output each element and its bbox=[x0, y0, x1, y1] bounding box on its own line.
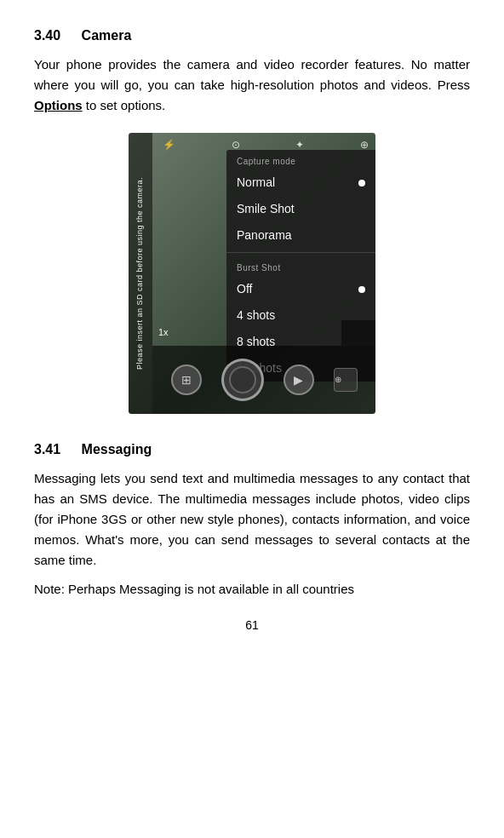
shutter-button[interactable] bbox=[221, 359, 264, 401]
camera-mockup: Please insert an SD card before using th… bbox=[129, 133, 375, 414]
menu-item-normal-label: Normal bbox=[237, 174, 275, 192]
menu-item-smile-shot-label: Smile Shot bbox=[237, 200, 295, 218]
burst-shot-label: Burst Shot bbox=[226, 256, 375, 276]
gallery-icon: ⊞ bbox=[181, 371, 192, 389]
section-41-text: Messaging lets you send text and multime… bbox=[34, 471, 470, 567]
section-40-heading: 3.40 Camera bbox=[34, 26, 470, 46]
menu-item-panorama: Panorama bbox=[226, 222, 375, 249]
gallery-button[interactable]: ⊞ bbox=[171, 364, 202, 395]
menu-item-4shots-label: 4 shots bbox=[237, 307, 275, 324]
section-41-note: Note: Perhaps Messaging is not available… bbox=[34, 579, 470, 600]
section-40-text-after: to set options. bbox=[86, 98, 165, 112]
section-40-title: Camera bbox=[82, 28, 132, 43]
shutter-inner bbox=[229, 366, 256, 393]
section-40-body: Your phone provides the camera and video… bbox=[34, 55, 470, 116]
menu-item-smile-shot: Smile Shot bbox=[226, 196, 375, 222]
options-keyword: Options bbox=[34, 98, 83, 112]
video-icon: ▶ bbox=[294, 371, 303, 389]
zoom-text: 1x bbox=[158, 325, 169, 340]
video-button[interactable]: ▶ bbox=[284, 364, 314, 395]
menu-divider bbox=[226, 252, 375, 253]
menu-item-off-label: Off bbox=[237, 280, 252, 298]
page-content: 3.40 Camera Your phone provides the came… bbox=[0, 0, 504, 660]
menu-item-normal-dot bbox=[358, 180, 365, 187]
camera-topbar-icon: ⚡ bbox=[163, 137, 175, 152]
section-41-number: 3.41 bbox=[34, 442, 60, 456]
menu-item-normal: Normal bbox=[226, 169, 375, 196]
note-text-content: Note: Perhaps Messaging is not available… bbox=[34, 582, 354, 596]
section-41: 3.41 Messaging Messaging lets you send t… bbox=[34, 439, 470, 600]
camera-sidebar: Please insert an SD card before using th… bbox=[129, 133, 152, 414]
menu-item-off-dot bbox=[358, 286, 365, 293]
camera-controls: ⊞ ▶ ⊕ bbox=[152, 346, 375, 414]
section-40-text-before: Your phone provides the camera and video… bbox=[34, 57, 470, 92]
camera-image-container: Please insert an SD card before using th… bbox=[34, 133, 470, 414]
capture-mode-label: Capture mode bbox=[226, 150, 375, 169]
camera-sidebar-text: Please insert an SD card before using th… bbox=[135, 177, 146, 370]
section-41-heading: 3.41 Messaging bbox=[34, 439, 470, 460]
section-41-title: Messaging bbox=[82, 442, 152, 456]
section-40-number: 3.40 bbox=[34, 28, 60, 43]
menu-item-off: Off bbox=[226, 276, 375, 302]
page-number: 61 bbox=[34, 617, 470, 634]
extra-button[interactable]: ⊕ bbox=[334, 368, 358, 392]
section-41-body: Messaging lets you send text and multime… bbox=[34, 468, 470, 571]
menu-item-panorama-label: Panorama bbox=[237, 227, 292, 244]
extra-icon: ⊕ bbox=[335, 375, 341, 384]
black-panel bbox=[341, 320, 375, 346]
